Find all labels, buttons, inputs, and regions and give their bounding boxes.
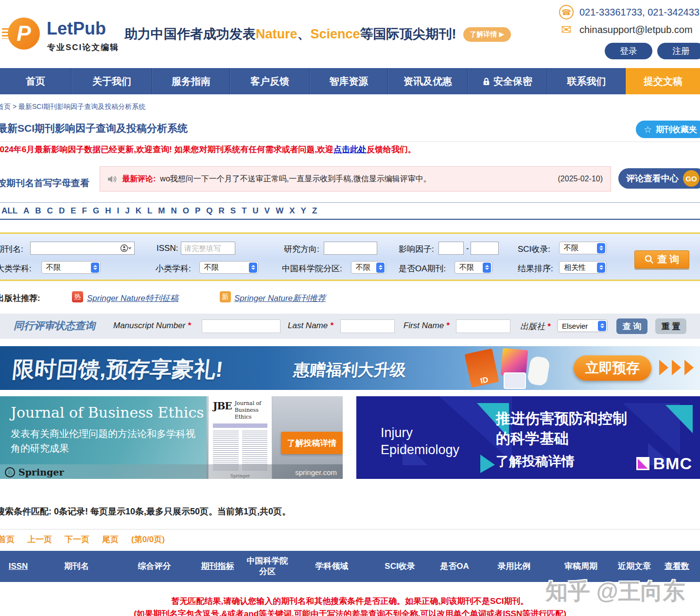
alphabet-letter[interactable]: U xyxy=(250,206,262,216)
first-name-input[interactable] xyxy=(456,319,510,333)
nav-item-news[interactable]: 资讯及优惠 xyxy=(388,68,468,94)
sort-select[interactable]: 相关性 xyxy=(559,261,607,274)
cas-partition-label: 中国科学院分区: xyxy=(282,263,342,274)
alphabet-letter[interactable]: R xyxy=(216,206,228,216)
letpub-logo-icon[interactable]: P xyxy=(8,18,40,50)
main-nav: 首页 关于我们 服务指南 客户反馈 智库资源 资讯及优惠 安全保密 联系我们 提… xyxy=(0,68,700,94)
alphabet-letter[interactable]: O xyxy=(180,206,192,216)
springer-logo: ♘ Springer xyxy=(5,467,64,477)
alphabet-letter[interactable]: M xyxy=(155,206,168,216)
springer-special-issue-link[interactable]: Springer Nature特刊征稿 xyxy=(87,293,178,304)
nav-item-contact[interactable]: 联系我们 xyxy=(547,68,626,94)
breadcrumb[interactable]: 首页 > 最新SCI期刊影响因子查询及投稿分析系统 xyxy=(0,103,145,111)
minor-subject-select[interactable]: 不限 xyxy=(199,261,259,274)
comment-center-button[interactable]: 评论查看中心 GO xyxy=(618,168,700,189)
nav-item-feedback[interactable]: 客户反馈 xyxy=(230,68,310,94)
alphabet-letter[interactable]: Z xyxy=(309,206,320,216)
jbe-submit-details-button[interactable]: 了解投稿详情 xyxy=(281,432,343,454)
alphabet-letter[interactable]: X xyxy=(286,206,298,216)
alphabet-letter[interactable]: Q xyxy=(203,206,215,216)
nav-item-submit[interactable]: 提交文稿 xyxy=(626,68,700,94)
login-button[interactable]: 登录 xyxy=(605,43,652,59)
feedback-link[interactable]: 点击此处 xyxy=(333,145,367,154)
publisher-select[interactable]: Elsevier xyxy=(557,319,608,332)
bmc-submit-details-link[interactable]: 了解投稿详情 xyxy=(496,453,575,470)
research-field-input[interactable] xyxy=(324,242,377,255)
alphabet-letter[interactable]: H xyxy=(102,206,114,216)
major-subject-select[interactable]: 不限 xyxy=(41,261,101,274)
brand-name[interactable]: LetPub xyxy=(47,18,106,39)
journal-search-button[interactable]: 查 询 xyxy=(634,250,689,268)
pagination: 首页上一页下一页尾页 (第0/0页) xyxy=(0,534,165,545)
page-title: 最新SCI期刊影响因子查询及投稿分析系统 xyxy=(0,122,188,135)
pagination-link[interactable]: 下一页 xyxy=(65,534,89,545)
promo-deposit-button[interactable]: 立即预存 xyxy=(574,355,651,381)
promo-banner[interactable]: 限时回馈,预存享豪礼! 惠赠福利大升级 ID 立即预存 xyxy=(0,346,700,390)
sci-index-select[interactable]: 不限 xyxy=(559,242,607,254)
alphabet-letter[interactable]: I xyxy=(114,206,122,216)
jbe-cover-band xyxy=(213,423,267,428)
col-issn[interactable]: ISSN xyxy=(0,561,36,572)
alphabet-letter[interactable]: J xyxy=(122,206,132,216)
alphabet-letter[interactable]: P xyxy=(192,206,203,216)
alphabet-letter[interactable]: F xyxy=(79,206,90,216)
nav-item-security[interactable]: 安全保密 xyxy=(468,68,547,94)
alphabet-letter[interactable]: K xyxy=(133,206,144,216)
alphabet-letter[interactable]: G xyxy=(90,206,102,216)
bmc-logo: BMC xyxy=(636,454,692,473)
issn-label: ISSN: xyxy=(157,244,178,253)
jbe-ad-banner[interactable]: Journal of Business Ethics 发表有关商业伦理问题的方法… xyxy=(0,396,343,479)
springer-new-journal-link[interactable]: Springer Nature新刊推荐 xyxy=(234,293,326,304)
col-journal-metrics[interactable]: 期刊指标 xyxy=(192,561,243,572)
publisher-label: 出版社 * xyxy=(520,321,550,332)
alphabet-letter[interactable]: N xyxy=(168,206,179,216)
alphabet-letter[interactable]: V xyxy=(262,206,273,216)
alphabet-letter[interactable]: ALL xyxy=(0,206,20,216)
alphabet-letter[interactable]: D xyxy=(56,206,68,216)
detail-button[interactable]: 了解详情 ▶ xyxy=(463,27,511,42)
support-email[interactable]: chinasupport@letpub.com xyxy=(579,24,693,35)
journal-name-input[interactable] xyxy=(30,242,135,255)
go-icon: GO xyxy=(683,170,700,187)
cas-partition-select[interactable]: 不限 xyxy=(351,261,386,274)
alphabet-letter[interactable]: Y xyxy=(298,206,309,216)
impact-factor-label: 影响因子: xyxy=(399,244,434,255)
impact-factor-max-input[interactable] xyxy=(471,242,499,255)
pagination-link[interactable]: 尾页 xyxy=(102,534,119,545)
results-summary: 搜索条件匹配: 0条记录! 每页显示10条,最多只展示50页。当前第1页,共0页… xyxy=(0,506,291,517)
pagination-link[interactable]: 首页 xyxy=(0,534,15,545)
alphabet-letter[interactable]: T xyxy=(239,206,249,216)
peer-review-reset-button[interactable]: 重 置 xyxy=(655,318,686,334)
bmc-ad-banner[interactable]: Injury Epidemiology 推进伤害预防和控制的科学基础 了解投稿详… xyxy=(356,396,700,479)
journal-search-form: 期刊名: ISSN: 研究方向: 影响因子: - SCI收录: 不限 大类学科:… xyxy=(0,232,700,281)
alphabet-letter[interactable]: B xyxy=(32,206,44,216)
alphabet-letter[interactable]: S xyxy=(228,206,239,216)
issn-input[interactable] xyxy=(181,242,235,255)
research-field-label: 研究方向: xyxy=(284,244,319,255)
nav-item-services[interactable]: 服务指南 xyxy=(152,68,230,94)
register-button[interactable]: 注册 xyxy=(657,43,700,59)
nav-item-resources[interactable]: 智库资源 xyxy=(310,68,388,94)
alphabet-letter[interactable]: L xyxy=(144,206,155,216)
alphabet-letter[interactable]: W xyxy=(273,206,286,216)
manuscript-number-input[interactable] xyxy=(202,319,280,333)
latest-comment-label: 最新评论: xyxy=(122,174,156,184)
alphabet-letter[interactable]: C xyxy=(44,206,56,216)
latest-comment-text[interactable]: wo我想问一下一个月了不送审正常吗,一直显示收到手稿,微信显示编辑评审中。 xyxy=(160,174,553,184)
col-sci-index: SCI收录 xyxy=(372,561,428,572)
alphabet-letter[interactable]: A xyxy=(20,206,32,216)
nav-item-home[interactable]: 首页 xyxy=(0,68,71,94)
col-view-count[interactable]: 查看数 xyxy=(654,561,700,572)
alphabet-letter[interactable]: E xyxy=(68,206,79,216)
latest-comment-box: 最新评论: wo我想问一下一个月了不送审正常吗,一直显示收到手稿,微信显示编辑评… xyxy=(100,166,611,192)
phone-number: 021-33361733, 021-3424336 xyxy=(579,7,700,18)
pagination-link[interactable]: 上一页 xyxy=(27,534,52,545)
oa-select[interactable]: 不限 xyxy=(455,261,492,274)
select-chevron-icon xyxy=(598,321,606,331)
journal-favorites-button[interactable]: ☆ 期刊收藏夹 xyxy=(636,121,700,138)
last-name-input[interactable] xyxy=(340,319,395,333)
impact-factor-min-input[interactable] xyxy=(438,242,464,255)
peer-review-search-button[interactable]: 查 询 xyxy=(616,318,648,334)
slogan-science: Science xyxy=(311,27,360,41)
nav-item-about[interactable]: 关于我们 xyxy=(71,68,152,94)
